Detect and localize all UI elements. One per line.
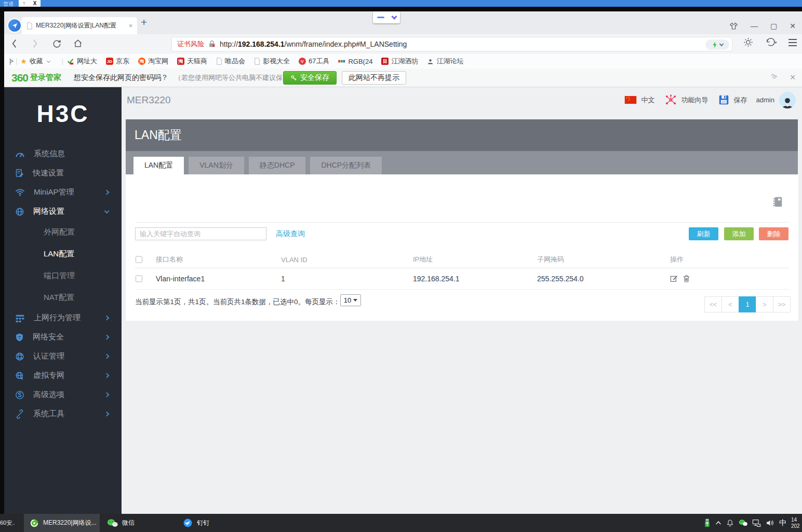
taskbar-item-dingtalk[interactable]: 钉钉 bbox=[183, 514, 209, 532]
page-title: LAN配置 bbox=[135, 127, 182, 143]
bookmark-item[interactable]: 淘 天猫商 bbox=[177, 57, 207, 66]
sidebar-item-auth-management[interactable]: 认证管理 bbox=[4, 347, 122, 366]
vm-tab-t[interactable]: T bbox=[22, 1, 25, 6]
tab-dhcp-list[interactable]: DHCP分配列表 bbox=[310, 157, 382, 174]
tab-close-icon[interactable]: × bbox=[129, 22, 132, 30]
sidebar-item-miniap[interactable]: MiniAP管理 bbox=[4, 183, 122, 202]
sidebar-item-nat-config[interactable]: NAT配置 bbox=[4, 287, 122, 308]
first-page-button[interactable]: << bbox=[704, 296, 722, 312]
notification-bell-icon[interactable] bbox=[726, 519, 734, 527]
chevron-down-icon[interactable] bbox=[391, 13, 397, 19]
wechat-tray-icon[interactable] bbox=[739, 519, 747, 527]
sidebar-item-behavior-management[interactable]: 上网行为管理 bbox=[4, 308, 122, 328]
close-button[interactable]: ✕ bbox=[790, 22, 796, 30]
bookmark-item[interactable]: 影视大全 bbox=[254, 57, 290, 66]
brightness-icon[interactable] bbox=[743, 37, 753, 47]
browser-tab-strip: MER3220|网络设置|LAN配置 × + — ▢ ✕ bbox=[4, 11, 802, 34]
tab-lan-config[interactable]: LAN配置 bbox=[133, 157, 184, 174]
refresh-icon[interactable] bbox=[52, 39, 62, 49]
trash-icon[interactable] bbox=[683, 275, 690, 283]
wizard-button[interactable]: 功能向导 bbox=[681, 96, 709, 105]
password-question: 想安全保存此网页的密码吗？ bbox=[74, 73, 168, 83]
sidebar-item-network-settings[interactable]: 网络设置 bbox=[4, 202, 122, 221]
taskbar-item-wechat[interactable]: 微信 bbox=[107, 514, 135, 532]
bookmark-item[interactable]: V 67工具 bbox=[299, 57, 329, 66]
menu-icon[interactable] bbox=[788, 39, 797, 46]
volume-icon[interactable] bbox=[766, 519, 774, 527]
theme-shirt-icon[interactable] bbox=[729, 22, 738, 30]
address-bar[interactable]: 证书风险 http://192.168.254.1/wnm/frame/inde… bbox=[171, 37, 732, 51]
gear-icon[interactable] bbox=[770, 73, 778, 81]
bookmark-item[interactable]: RGB(24 bbox=[338, 58, 372, 65]
bookmark-item[interactable]: 唯品会 bbox=[216, 57, 245, 66]
dismiss-site-button[interactable]: 此网站不再提示 bbox=[342, 71, 406, 85]
bookmark-item[interactable]: 网址大 bbox=[66, 57, 97, 66]
sidebar-item-lan-config[interactable]: LAN配置 bbox=[4, 243, 122, 265]
tab-static-dhcp[interactable]: 静态DHCP bbox=[249, 157, 306, 174]
delete-button[interactable]: 删除 bbox=[759, 227, 788, 240]
browser-tab[interactable]: MER3220|网络设置|LAN配置 × bbox=[22, 17, 137, 34]
select-all-checkbox[interactable] bbox=[136, 256, 142, 263]
row-checkbox[interactable] bbox=[136, 276, 142, 282]
network-icon[interactable] bbox=[752, 519, 761, 527]
remote-toolbar-widget[interactable] bbox=[373, 11, 400, 23]
usb-icon[interactable] bbox=[704, 519, 711, 527]
favorites-button[interactable]: ★ 收藏 bbox=[20, 57, 50, 66]
maximize-button[interactable]: ▢ bbox=[770, 22, 777, 30]
browser-logo-icon[interactable] bbox=[7, 18, 22, 33]
user-icon bbox=[427, 58, 434, 65]
sidebar-item-network-security[interactable]: 网络安全 bbox=[4, 328, 122, 347]
back-icon[interactable] bbox=[11, 38, 17, 49]
current-page-button[interactable]: 1 bbox=[739, 296, 756, 312]
tray-expand-icon[interactable] bbox=[715, 521, 721, 525]
browser-tab-title: MER3220|网络设置|LAN配置 bbox=[36, 21, 126, 30]
vm-tab[interactable]: T X bbox=[19, 0, 41, 7]
bookmark-item[interactable]: 江湖论坛 bbox=[427, 57, 463, 66]
avatar[interactable] bbox=[779, 92, 796, 108]
language-switch[interactable]: 中文 bbox=[641, 96, 655, 105]
certificate-risk-badge[interactable]: 证书风险 bbox=[177, 39, 204, 49]
sidebar-item-quick-setup[interactable]: 快速设置 bbox=[4, 163, 122, 183]
notebook-icon[interactable] bbox=[772, 196, 783, 208]
tab-vlan-division[interactable]: VLAN划分 bbox=[189, 157, 244, 174]
collapse-bookmarks-icon[interactable]: |> bbox=[9, 58, 12, 65]
sidebar-item-wan-config[interactable]: 外网配置 bbox=[4, 221, 122, 243]
new-tab-button[interactable]: + bbox=[141, 16, 147, 29]
forward-icon[interactable] bbox=[32, 38, 38, 49]
sidebar-item-system-info[interactable]: 系统信息 bbox=[4, 144, 122, 163]
last-page-button[interactable]: >> bbox=[773, 296, 791, 312]
page-size-select[interactable]: 10 bbox=[340, 294, 361, 306]
undo-history-icon[interactable] bbox=[765, 37, 777, 47]
bookmark-item[interactable]: 淘 淘宝网 bbox=[138, 57, 168, 66]
bookmark-item[interactable]: 目 江湖酒坊 bbox=[381, 57, 418, 66]
username[interactable]: admin bbox=[756, 96, 774, 104]
search-input[interactable] bbox=[135, 227, 266, 240]
sidebar-item-advanced-options[interactable]: 高级选项 bbox=[4, 385, 122, 404]
close-bar-icon[interactable]: ✕ bbox=[790, 73, 796, 81]
taskbar-item-browser[interactable]: MER3220|网络设... bbox=[24, 514, 100, 532]
taskbar-overflow-item[interactable]: 60安... bbox=[0, 519, 15, 527]
advanced-query-link[interactable]: 高级查询 bbox=[276, 229, 305, 239]
sidebar-item-vpn[interactable]: 虚拟专网 bbox=[4, 366, 122, 385]
prev-page-button[interactable]: < bbox=[721, 296, 739, 312]
h3c-logo: H3C bbox=[4, 100, 122, 128]
vm-close-icon[interactable]: X bbox=[33, 1, 37, 6]
minimize-button[interactable]: — bbox=[751, 22, 758, 30]
save-config-button[interactable]: 保存 bbox=[734, 96, 747, 105]
bookmark-item[interactable]: JD 京东 bbox=[106, 57, 129, 66]
refresh-button[interactable]: 刷新 bbox=[689, 227, 718, 240]
ime-indicator[interactable]: 中 bbox=[779, 519, 786, 528]
minimize-icon[interactable] bbox=[377, 17, 384, 18]
add-button[interactable]: 添加 bbox=[724, 227, 754, 240]
china-flag-icon bbox=[624, 96, 637, 104]
speed-mode-control[interactable] bbox=[705, 39, 729, 50]
sidebar-item-system-tools[interactable]: 系统工具 bbox=[4, 404, 122, 424]
clock[interactable]: 14 202 bbox=[791, 517, 800, 529]
sidebar-item-port-management[interactable]: 端口管理 bbox=[4, 265, 122, 287]
screen: 普通 T X MER3220|网络设置|LAN配置 × + — ▢ bbox=[0, 0, 802, 532]
edit-icon[interactable] bbox=[670, 275, 678, 283]
chevron-down-icon[interactable] bbox=[719, 42, 723, 46]
save-password-button[interactable]: 安全保存 bbox=[283, 71, 337, 85]
next-page-button[interactable]: > bbox=[756, 296, 773, 312]
home-icon[interactable] bbox=[73, 38, 83, 49]
